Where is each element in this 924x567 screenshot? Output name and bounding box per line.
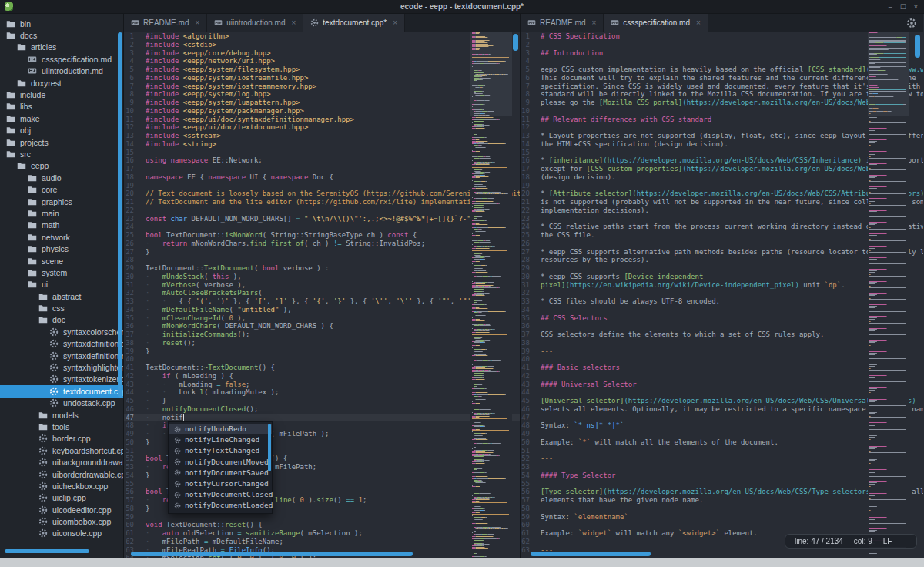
- code-line[interactable]: 27* eepp CSS supports alternative path m…: [521, 248, 923, 257]
- tab-close-icon[interactable]: ×: [393, 18, 397, 27]
- tree-item[interactable]: system: [0, 267, 123, 278]
- code-line[interactable]: 58: [521, 505, 923, 513]
- settings-gear-icon[interactable]: [906, 18, 917, 29]
- code-line[interactable]: 9please go the [Mozilla CSS portal](http…: [521, 99, 923, 107]
- minimize-button[interactable]: –: [889, 0, 892, 14]
- code-line[interactable]: 14#include <string>: [124, 140, 520, 149]
- tab-close-icon[interactable]: ×: [696, 18, 701, 27]
- code-line[interactable]: 43· · mLoading = false;: [124, 381, 520, 389]
- tree-item[interactable]: make: [0, 112, 123, 124]
- left-editor[interactable]: 1#include <algorithm>2#include <cstdio>3…: [124, 32, 520, 558]
- tree-item[interactable]: ui: [0, 279, 123, 290]
- code-line[interactable]: 16using namespace EE::Network;: [124, 156, 520, 165]
- code-line[interactable]: 17except for [CSS custom properties](htt…: [521, 165, 923, 173]
- code-line[interactable]: 19: [124, 182, 520, 190]
- code-line[interactable]: 5eepp CSS custom implementation is heavi…: [521, 65, 923, 74]
- code-line[interactable]: 12#include <eepp/ui/doc/textdocument.hpp…: [124, 123, 520, 132]
- tree-item[interactable]: core: [0, 183, 123, 195]
- sidebar-vertical-scrollbar[interactable]: [118, 32, 122, 398]
- autocomplete-item[interactable]: notifyUndoRedo: [169, 424, 272, 434]
- code-line[interactable]: 61· auto oldSelection = sanitizeRange( m…: [124, 529, 520, 538]
- tree-item[interactable]: css: [0, 302, 123, 314]
- autocomplete-item[interactable]: notifyCursorChanged: [169, 478, 272, 489]
- code-line[interactable]: 15: [124, 149, 520, 157]
- tree-item[interactable]: math: [0, 220, 123, 231]
- code-line[interactable]: 57elements that have the given node name…: [521, 496, 923, 505]
- code-line[interactable]: 36· mNonWordChars( DEFAULT_NON_WORD_CHAR…: [124, 322, 520, 330]
- code-line[interactable]: 39---: [521, 347, 923, 356]
- code-line[interactable]: 22: [124, 206, 520, 215]
- code-line[interactable]: 10: [521, 107, 923, 116]
- tree-item[interactable]: main: [0, 207, 123, 219]
- tab-close-icon[interactable]: ×: [291, 18, 296, 27]
- tab-close-icon[interactable]: ×: [591, 18, 596, 27]
- tree-item[interactable]: uicodeeditor.cpp: [0, 504, 123, 515]
- code-line[interactable]: 6#include <eepp/system/iostreamfile.hpp>: [124, 74, 520, 82]
- tree-item[interactable]: tools: [0, 421, 123, 432]
- autocomplete-item[interactable]: notifyLineChanged: [169, 434, 272, 445]
- code-line[interactable]: 48Syntax: `* ns|* *|*`: [521, 421, 923, 430]
- tree-item[interactable]: libs: [0, 101, 123, 112]
- code-line[interactable]: 9#include <eepp/system/luapattern.hpp>: [124, 99, 520, 107]
- code-line[interactable]: 3## Introduction: [521, 49, 923, 58]
- tree-item[interactable]: uiintroduction.md: [0, 65, 123, 77]
- code-line[interactable]: 12: [521, 123, 923, 132]
- tree-item[interactable]: doc: [0, 314, 123, 326]
- tree-item[interactable]: obj: [0, 125, 123, 136]
- code-line[interactable]: 34: [521, 306, 923, 314]
- code-line[interactable]: 37· initializeCommands();: [124, 330, 520, 339]
- code-line[interactable]: 45· }: [124, 397, 520, 405]
- tab-uiintroduction-md[interactable]: uiintroduction.md×: [207, 14, 303, 32]
- code-line[interactable]: 3#include <eepp/core/debug.hpp>: [124, 49, 520, 58]
- tree-item[interactable]: physics: [0, 243, 123, 254]
- file-tree-panel[interactable]: bindocsarticlescssspecification.mduiintr…: [0, 14, 124, 558]
- code-line[interactable]: 20// Text document is loosely based on t…: [124, 190, 520, 198]
- code-line[interactable]: 59: [124, 513, 520, 522]
- code-line[interactable]: 17: [124, 165, 520, 173]
- code-line[interactable]: 45[Universal selector](https://developer…: [521, 397, 923, 405]
- autocomplete-item[interactable]: notifyDocumentMoved: [169, 457, 272, 468]
- tree-item[interactable]: uiborderdrawable.cpp: [0, 468, 123, 480]
- left-minimap[interactable]: [470, 32, 512, 558]
- code-line[interactable]: 47· notif: [124, 414, 520, 422]
- code-line[interactable]: 42· if ( mLoading ) {: [124, 372, 520, 381]
- code-line[interactable]: 32· mAutoCloseBracketsPairs(: [124, 289, 520, 297]
- code-line[interactable]: 46· notifyDocumentClosed();: [124, 405, 520, 414]
- code-line[interactable]: 29TextDocument::TextDocument( bool verbo…: [124, 264, 520, 273]
- autocomplete-item[interactable]: notifyTextChanged: [169, 445, 272, 456]
- code-line[interactable]: 55: [521, 480, 923, 488]
- tree-item[interactable]: bin: [0, 18, 123, 29]
- code-line[interactable]: 32: [521, 289, 923, 297]
- code-line[interactable]: 13#include <sstream>: [124, 132, 520, 140]
- code-line[interactable]: 26· return mNonWordChars.find_first_of( …: [124, 240, 520, 248]
- tree-item[interactable]: uicheckbox.cpp: [0, 480, 123, 492]
- code-line[interactable]: 44: [521, 388, 923, 397]
- code-line[interactable]: 39}: [124, 347, 520, 356]
- tab-close-icon[interactable]: ×: [195, 18, 199, 27]
- code-line[interactable]: 23: [521, 215, 923, 223]
- code-line[interactable]: 10#include <eepp/system/packmanager.hpp>: [124, 107, 520, 116]
- code-line[interactable]: 2: [521, 41, 923, 49]
- code-line[interactable]: 49: [521, 430, 923, 438]
- tree-item[interactable]: projects: [0, 136, 123, 148]
- tree-item[interactable]: syntaxcolorscheme.cpp: [0, 326, 123, 337]
- code-line[interactable]: 33* CSS files should be always UTF-8 enc…: [521, 297, 923, 306]
- code-line[interactable]: 38: [521, 339, 923, 347]
- code-line[interactable]: 20* [Attribute selector](https://develop…: [521, 190, 923, 198]
- left-horizontal-scrollbar[interactable]: [131, 552, 413, 556]
- code-line[interactable]: 60: [521, 521, 923, 529]
- code-line[interactable]: 21is not supported (probably will not be…: [521, 198, 923, 206]
- code-line[interactable]: 19: [521, 182, 923, 190]
- tree-item[interactable]: syntaxtokenizer.cpp: [0, 374, 123, 385]
- tree-item[interactable]: cssspecification.md: [0, 53, 123, 65]
- tree-item[interactable]: uiconsole.cpp: [0, 528, 123, 539]
- code-line[interactable]: 36: [521, 322, 923, 330]
- code-line[interactable]: 60void TextDocument::reset() {: [124, 521, 520, 529]
- code-line[interactable]: 40: [124, 355, 520, 364]
- code-line[interactable]: 37CSS selectors define the elements to w…: [521, 330, 923, 339]
- code-line[interactable]: 18(design decision).: [521, 173, 923, 182]
- tree-item[interactable]: textdocument.cpp: [0, 385, 123, 397]
- code-line[interactable]: 29: [521, 264, 923, 273]
- autocomplete-item[interactable]: notifyDocumentClosed: [169, 489, 272, 500]
- code-line[interactable]: 50Example: `*` will match all the elemen…: [521, 438, 923, 447]
